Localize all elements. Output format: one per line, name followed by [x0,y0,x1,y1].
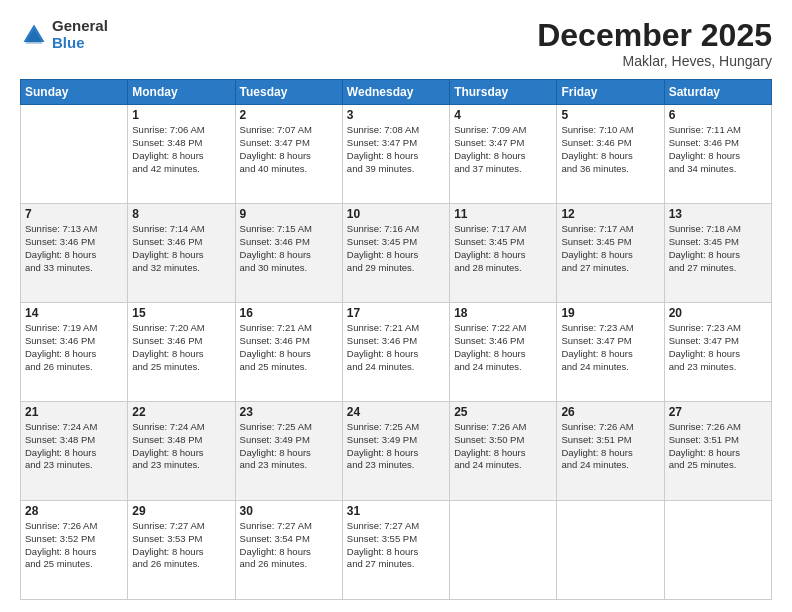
sunrise-text: Sunrise: 7:09 AM [454,124,526,135]
table-row: 1Sunrise: 7:06 AMSunset: 3:48 PMDaylight… [128,105,235,204]
day-number: 23 [240,405,338,419]
cell-info: Sunrise: 7:26 AMSunset: 3:51 PMDaylight:… [561,421,659,472]
table-row [450,501,557,600]
table-row: 4Sunrise: 7:09 AMSunset: 3:47 PMDaylight… [450,105,557,204]
daylight-text: Daylight: 8 hoursand 23 minutes. [132,447,203,471]
day-number: 25 [454,405,552,419]
sunrise-text: Sunrise: 7:26 AM [25,520,97,531]
cell-info: Sunrise: 7:06 AMSunset: 3:48 PMDaylight:… [132,124,230,175]
cell-info: Sunrise: 7:13 AMSunset: 3:46 PMDaylight:… [25,223,123,274]
sunrise-text: Sunrise: 7:14 AM [132,223,204,234]
daylight-text: Daylight: 8 hoursand 29 minutes. [347,249,418,273]
table-row: 22Sunrise: 7:24 AMSunset: 3:48 PMDayligh… [128,402,235,501]
sunrise-text: Sunrise: 7:17 AM [561,223,633,234]
sunrise-text: Sunrise: 7:10 AM [561,124,633,135]
day-number: 11 [454,207,552,221]
table-row: 12Sunrise: 7:17 AMSunset: 3:45 PMDayligh… [557,204,664,303]
header: General Blue December 2025 Maklar, Heves… [20,18,772,69]
col-friday: Friday [557,80,664,105]
day-number: 13 [669,207,767,221]
sunrise-text: Sunrise: 7:27 AM [132,520,204,531]
daylight-text: Daylight: 8 hoursand 24 minutes. [347,348,418,372]
day-number: 20 [669,306,767,320]
cell-info: Sunrise: 7:25 AMSunset: 3:49 PMDaylight:… [240,421,338,472]
cell-info: Sunrise: 7:27 AMSunset: 3:53 PMDaylight:… [132,520,230,571]
month-title: December 2025 [537,18,772,53]
day-number: 19 [561,306,659,320]
daylight-text: Daylight: 8 hoursand 25 minutes. [25,546,96,570]
sunset-text: Sunset: 3:53 PM [132,533,202,544]
sunset-text: Sunset: 3:45 PM [347,236,417,247]
daylight-text: Daylight: 8 hoursand 36 minutes. [561,150,632,174]
sunset-text: Sunset: 3:46 PM [25,335,95,346]
table-row: 5Sunrise: 7:10 AMSunset: 3:46 PMDaylight… [557,105,664,204]
daylight-text: Daylight: 8 hoursand 32 minutes. [132,249,203,273]
daylight-text: Daylight: 8 hoursand 24 minutes. [454,447,525,471]
day-number: 17 [347,306,445,320]
sunrise-text: Sunrise: 7:27 AM [240,520,312,531]
day-number: 8 [132,207,230,221]
daylight-text: Daylight: 8 hoursand 34 minutes. [669,150,740,174]
table-row: 27Sunrise: 7:26 AMSunset: 3:51 PMDayligh… [664,402,771,501]
location-subtitle: Maklar, Heves, Hungary [537,53,772,69]
table-row: 18Sunrise: 7:22 AMSunset: 3:46 PMDayligh… [450,303,557,402]
logo-blue-text: Blue [52,35,108,52]
calendar-week-row: 7Sunrise: 7:13 AMSunset: 3:46 PMDaylight… [21,204,772,303]
sunrise-text: Sunrise: 7:23 AM [669,322,741,333]
logo-text: General Blue [52,18,108,51]
sunrise-text: Sunrise: 7:15 AM [240,223,312,234]
sunset-text: Sunset: 3:47 PM [669,335,739,346]
day-number: 6 [669,108,767,122]
table-row: 21Sunrise: 7:24 AMSunset: 3:48 PMDayligh… [21,402,128,501]
cell-info: Sunrise: 7:24 AMSunset: 3:48 PMDaylight:… [25,421,123,472]
sunrise-text: Sunrise: 7:26 AM [561,421,633,432]
sunrise-text: Sunrise: 7:11 AM [669,124,741,135]
sunrise-text: Sunrise: 7:20 AM [132,322,204,333]
day-number: 3 [347,108,445,122]
day-number: 4 [454,108,552,122]
daylight-text: Daylight: 8 hoursand 25 minutes. [132,348,203,372]
table-row: 7Sunrise: 7:13 AMSunset: 3:46 PMDaylight… [21,204,128,303]
page: General Blue December 2025 Maklar, Heves… [0,0,792,612]
col-sunday: Sunday [21,80,128,105]
sunset-text: Sunset: 3:47 PM [240,137,310,148]
cell-info: Sunrise: 7:16 AMSunset: 3:45 PMDaylight:… [347,223,445,274]
daylight-text: Daylight: 8 hoursand 24 minutes. [454,348,525,372]
table-row: 10Sunrise: 7:16 AMSunset: 3:45 PMDayligh… [342,204,449,303]
table-row: 17Sunrise: 7:21 AMSunset: 3:46 PMDayligh… [342,303,449,402]
table-row [557,501,664,600]
sunrise-text: Sunrise: 7:08 AM [347,124,419,135]
col-monday: Monday [128,80,235,105]
day-number: 12 [561,207,659,221]
sunset-text: Sunset: 3:46 PM [132,236,202,247]
daylight-text: Daylight: 8 hoursand 23 minutes. [240,447,311,471]
cell-info: Sunrise: 7:20 AMSunset: 3:46 PMDaylight:… [132,322,230,373]
calendar-table: Sunday Monday Tuesday Wednesday Thursday… [20,79,772,600]
sunrise-text: Sunrise: 7:19 AM [25,322,97,333]
sunrise-text: Sunrise: 7:25 AM [240,421,312,432]
sunset-text: Sunset: 3:51 PM [561,434,631,445]
calendar-week-row: 21Sunrise: 7:24 AMSunset: 3:48 PMDayligh… [21,402,772,501]
cell-info: Sunrise: 7:27 AMSunset: 3:54 PMDaylight:… [240,520,338,571]
sunset-text: Sunset: 3:51 PM [669,434,739,445]
sunrise-text: Sunrise: 7:26 AM [669,421,741,432]
day-number: 16 [240,306,338,320]
cell-info: Sunrise: 7:22 AMSunset: 3:46 PMDaylight:… [454,322,552,373]
sunrise-text: Sunrise: 7:21 AM [240,322,312,333]
sunrise-text: Sunrise: 7:06 AM [132,124,204,135]
sunrise-text: Sunrise: 7:26 AM [454,421,526,432]
sunrise-text: Sunrise: 7:16 AM [347,223,419,234]
sunrise-text: Sunrise: 7:17 AM [454,223,526,234]
sunset-text: Sunset: 3:46 PM [240,236,310,247]
day-number: 30 [240,504,338,518]
day-number: 21 [25,405,123,419]
sunset-text: Sunset: 3:45 PM [561,236,631,247]
sunset-text: Sunset: 3:45 PM [454,236,524,247]
logo-icon [20,21,48,49]
cell-info: Sunrise: 7:26 AMSunset: 3:52 PMDaylight:… [25,520,123,571]
daylight-text: Daylight: 8 hoursand 23 minutes. [669,348,740,372]
day-number: 31 [347,504,445,518]
cell-info: Sunrise: 7:07 AMSunset: 3:47 PMDaylight:… [240,124,338,175]
day-number: 10 [347,207,445,221]
sunrise-text: Sunrise: 7:18 AM [669,223,741,234]
